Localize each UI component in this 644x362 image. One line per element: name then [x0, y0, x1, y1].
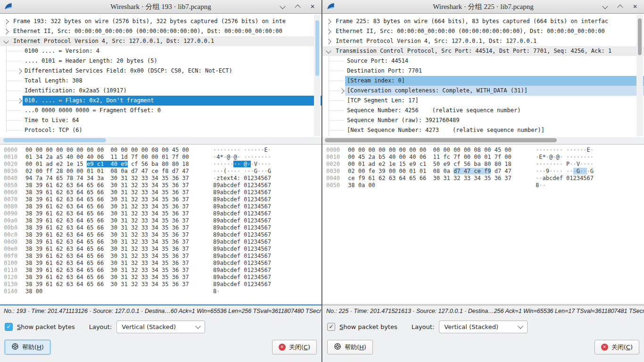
- layout-dropdown[interactable]: Vertical (Stacked): [116, 321, 205, 333]
- hex-bytes[interactable]: 38 39 61 62 63 64 65 66 30 31 32 33 34 3…: [25, 231, 201, 239]
- hex-bytes[interactable]: 00 00 00 00 00 00 00 00 00 00 00 00 08 0…: [348, 147, 523, 154]
- hex-row[interactable]: 011038 39 61 62 63 64 65 66 30 31 32 33 …: [0, 267, 322, 274]
- hex-bytes[interactable]: 00 45 2a b5 40 00 40 06 11 fc 7f 00 00 0…: [348, 154, 523, 161]
- ascii-bytes[interactable]: ········ ······E·: [213, 147, 271, 153]
- tree-row[interactable]: 0100 .... = Version: 4: [0, 46, 322, 56]
- hex-bytes[interactable]: 01 34 2a a5 40 00 40 06 11 1d 7f 00 00 0…: [25, 154, 201, 161]
- hex-row[interactable]: 008038 39 61 62 63 64 65 66 30 31 32 33 …: [0, 203, 322, 210]
- ascii-bytes[interactable]: ·ztext4: 01234567: [213, 175, 271, 181]
- hex-row[interactable]: 00c038 39 61 62 63 64 65 66 30 31 32 33 …: [0, 231, 322, 239]
- hex-bytes[interactable]: 38 39 61 62 63 64 65 66 30 31 32 33 34 3…: [25, 260, 201, 267]
- hex-row[interactable]: 000000 00 00 00 00 00 00 00 00 00 00 00 …: [322, 147, 644, 154]
- ascii-bytes[interactable]: 89abcdef 01234567: [213, 224, 271, 231]
- ascii-bytes[interactable]: 89abcdef 01234567: [213, 210, 271, 217]
- ascii-bytes[interactable]: ········ @··V····: [213, 161, 271, 167]
- hex-bytes[interactable]: 38 39 61 62 63 64 65 66 30 31 32 33 34 3…: [25, 274, 201, 281]
- hex-row[interactable]: 003002 00 fe 39 00 00 01 01 08 0a d7 47 …: [322, 168, 644, 175]
- ascii-bytes[interactable]: 89abcdef 01234567: [213, 239, 271, 245]
- hex-bytes[interactable]: 02 00 fe 39 00 00 01 01 08 0a d7 47 ce f…: [348, 168, 523, 175]
- tree-row[interactable]: ...0 0000 0000 0000 = Fragment Offset: 0: [0, 106, 322, 115]
- expand-arrow-icon[interactable]: [17, 98, 22, 103]
- hex-bytes[interactable]: 00 01 ad e2 1e 15 e9 c1 50 e9 cf 56 ba 8…: [348, 161, 523, 168]
- ascii-bytes[interactable]: 8·: [213, 288, 220, 295]
- tree-row[interactable]: Protocol: TCP (6): [0, 125, 322, 135]
- minimize-button[interactable]: [602, 3, 608, 10]
- ascii-bytes[interactable]: 89abcdef 01234567: [213, 267, 271, 273]
- hex-bytes[interactable]: 38 39 61 62 63 64 65 66 30 31 32 33 34 3…: [25, 253, 201, 260]
- tree-row[interactable]: Time to Live: 64: [0, 115, 322, 125]
- layout-dropdown[interactable]: Vertical (Stacked): [439, 321, 528, 333]
- tree-row[interactable]: [Next Sequence Number: 4273 (relative se…: [322, 125, 644, 135]
- hex-row[interactable]: 00d038 39 61 62 63 64 65 66 30 31 32 33 …: [0, 239, 322, 246]
- title-bar[interactable]: Wireshark · 分组 193 · lib7.pcapng ✕: [0, 0, 322, 14]
- show-packet-bytes-checkbox[interactable]: ✓: [327, 323, 335, 331]
- show-packet-bytes-label[interactable]: Show packet bytes: [17, 323, 75, 330]
- tree-horizontal-scrollbar[interactable]: [322, 137, 644, 143]
- ascii-bytes[interactable]: 8··: [536, 182, 546, 189]
- hex-bytes[interactable]: 38 39 61 62 63 64 65 66 30 31 32 33 34 3…: [25, 203, 201, 210]
- tree-row[interactable]: 010. .... = Flags: 0x2, Don't fragment: [0, 96, 322, 106]
- tree-vertical-scrollbar[interactable]: [636, 15, 643, 136]
- tree-row[interactable]: Frame 193: 322 bytes on wire (2576 bits)…: [0, 16, 322, 26]
- hex-row[interactable]: 000000 00 00 00 00 00 00 00 00 00 00 00 …: [0, 147, 322, 154]
- ascii-bytes[interactable]: 89abcdef 01234567: [213, 203, 271, 210]
- hex-row[interactable]: 013038 39 61 62 63 64 65 66 30 31 32 33 …: [0, 281, 322, 288]
- show-packet-bytes-checkbox[interactable]: ✓: [5, 323, 13, 331]
- hex-bytes[interactable]: 00 00 00 00 00 00 00 00 00 00 00 00 08 0…: [25, 147, 201, 154]
- hex-bytes[interactable]: 38 39 61 62 63 64 65 66 30 31 32 33 34 3…: [25, 189, 201, 196]
- tree-row[interactable]: Source Port: 44514: [322, 56, 644, 66]
- maximize-button[interactable]: [617, 3, 623, 10]
- expand-arrow-icon[interactable]: [17, 68, 22, 74]
- hex-selected-bytes[interactable]: e9 c1 40 e9: [87, 161, 128, 167]
- hex-row[interactable]: 001001 34 2a a5 40 00 40 06 11 1d 7f 00 …: [0, 154, 322, 161]
- ascii-bytes[interactable]: 89abcdef 01234567: [213, 260, 271, 266]
- hex-row[interactable]: 005038 0a 008··: [322, 182, 644, 189]
- hex-bytes[interactable]: 38 39 61 62 63 64 65 66 30 31 32 33 34 3…: [25, 224, 201, 231]
- hex-bytes[interactable]: 38 0a 00: [348, 182, 523, 189]
- scrollbar-thumb[interactable]: [3, 138, 106, 142]
- tree-row[interactable]: Ethernet II, Src: 00:00:00_00:00:00 (00:…: [0, 26, 322, 36]
- hex-bytes[interactable]: 02 00 ff 28 00 00 01 01 08 0a d7 47 ce f…: [25, 168, 201, 175]
- tree-row[interactable]: Identification: 0x2aa5 (10917): [0, 86, 322, 96]
- ascii-bytes[interactable]: 89abcdef 01234567: [213, 182, 271, 189]
- hex-row[interactable]: 002000 01 ad e2 1e 15 e9 c1 40 e9 cf 56 …: [0, 161, 322, 168]
- hex-row[interactable]: 001000 45 2a b5 40 00 40 06 11 fc 7f 00 …: [322, 154, 644, 161]
- close-window-button[interactable]: ✕: [632, 3, 638, 10]
- maximize-button[interactable]: [294, 3, 301, 10]
- hex-bytes[interactable]: 38 39 61 62 63 64 65 66 30 31 32 33 34 3…: [25, 210, 201, 217]
- hex-row[interactable]: 007038 39 61 62 63 64 65 66 30 31 32 33 …: [0, 196, 322, 203]
- close-dialog-button[interactable]: ✕ 关闭(C): [272, 340, 317, 354]
- show-packet-bytes-label[interactable]: Show packet bytes: [339, 323, 397, 330]
- ascii-bytes[interactable]: ·4*·@·@· ········: [213, 154, 271, 160]
- hex-row[interactable]: 010038 39 61 62 63 64 65 66 30 31 32 33 …: [0, 260, 322, 267]
- expand-arrow-icon[interactable]: [326, 29, 331, 34]
- hex-bytes[interactable]: 38 39 61 62 63 64 65 66 30 31 32 33 34 3…: [25, 239, 201, 246]
- tree-vertical-scrollbar[interactable]: [314, 15, 321, 136]
- hex-row[interactable]: 00e038 39 61 62 63 64 65 66 30 31 32 33 …: [0, 246, 322, 253]
- hex-bytes[interactable]: ce f9 61 62 63 64 65 66 30 31 32 33 34 3…: [348, 175, 523, 182]
- tree-row[interactable]: Ethernet II, Src: 00:00:00_00:00:00 (00:…: [322, 26, 644, 36]
- hex-row[interactable]: 003002 00 ff 28 00 00 01 01 08 0a d7 47 …: [0, 168, 322, 175]
- hex-bytes[interactable]: 94 7a 74 65 78 74 34 3a 30 31 32 33 34 3…: [25, 175, 201, 182]
- ascii-bytes[interactable]: 89abcdef 01234567: [213, 274, 271, 280]
- expand-arrow-icon[interactable]: [339, 88, 344, 93]
- close-window-button[interactable]: ✕: [309, 3, 316, 10]
- hex-bytes[interactable]: 38 39 61 62 63 64 65 66 30 31 32 33 34 3…: [25, 246, 201, 253]
- ascii-bytes[interactable]: ···9···· ···G···G: [536, 168, 594, 174]
- hex-row[interactable]: 00a038 39 61 62 63 64 65 66 30 31 32 33 …: [0, 217, 322, 224]
- hex-bytes[interactable]: 00 01 ad e2 1e 15 e9 c1 40 e9 cf 56 ba 8…: [25, 161, 201, 168]
- ascii-bytes[interactable]: 89abcdef 01234567: [213, 231, 271, 238]
- hex-bytes[interactable]: 38 39 61 62 63 64 65 66 30 31 32 33 34 3…: [25, 281, 201, 288]
- hex-row[interactable]: 006038 39 61 62 63 64 65 66 30 31 32 33 …: [0, 189, 322, 196]
- scrollbar-thumb[interactable]: [325, 138, 557, 142]
- hex-row[interactable]: 012038 39 61 62 63 64 65 66 30 31 32 33 …: [0, 274, 322, 281]
- tree-row[interactable]: [Conversation completeness: Complete, WI…: [322, 86, 644, 96]
- ascii-bytes[interactable]: ··abcdef 01234567: [536, 175, 594, 181]
- hex-bytes[interactable]: 38 39 61 62 63 64 65 66 30 31 32 33 34 3…: [25, 217, 201, 224]
- ascii-bytes[interactable]: 89abcdef 01234567: [213, 196, 271, 203]
- ascii-bytes[interactable]: 89abcdef 01234567: [213, 217, 271, 224]
- help-button[interactable]: 帮助(H): [5, 340, 50, 354]
- hex-bytes[interactable]: 38 00: [25, 288, 201, 295]
- hex-bytes[interactable]: 38 39 61 62 63 64 65 66 30 31 32 33 34 3…: [25, 196, 201, 203]
- ascii-bytes[interactable]: ········ P··V····: [536, 161, 594, 167]
